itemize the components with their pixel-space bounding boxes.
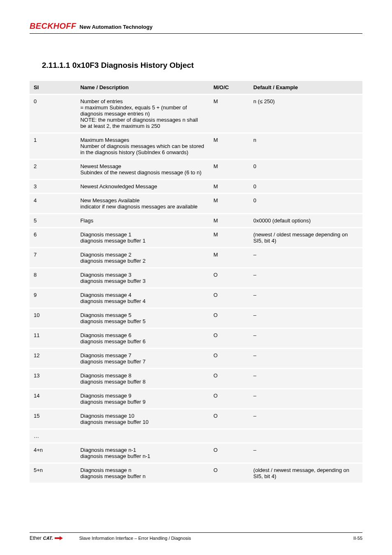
section-title: 2.11.1.1 0x10F3 Diagnosis History Object	[42, 61, 362, 70]
cell-name: Diagnosis message n-1 diagnosis message …	[76, 444, 209, 462]
footer-logo: EtherCAT.	[30, 535, 63, 541]
table-row: 2Newest Message Subindex of the newest d…	[30, 160, 362, 179]
cell-index: 0	[30, 95, 76, 132]
cell-default: 0	[249, 160, 362, 179]
brand-tagline: New Automation Technology	[80, 24, 153, 30]
cell-index: 8	[30, 268, 76, 287]
cell-name: Newest Message Subindex of the newest di…	[76, 160, 209, 179]
table-row: 4New Messages Available indicator if new…	[30, 194, 362, 213]
table-row: 5FlagsM0x0000 (default options)	[30, 214, 362, 227]
cell-default: –	[249, 349, 362, 368]
cell-default: –	[249, 409, 362, 428]
cell-name: New Messages Available indicator if new …	[76, 194, 209, 213]
diagnosis-history-table: SI Name / Description M/O/C Default / Ex…	[30, 80, 362, 484]
cell-default: 0x0000 (default options)	[249, 214, 362, 227]
cell-default: 0	[249, 180, 362, 193]
cell-flags: O	[209, 369, 249, 388]
cell-default: –	[249, 444, 362, 462]
cell-flags: M	[209, 228, 249, 247]
cell-default: –	[249, 268, 362, 287]
cell-index: …	[30, 430, 76, 442]
cell-flags: M	[209, 194, 249, 213]
cell-name: Diagnosis message 10 diagnosis message b…	[76, 409, 209, 428]
cell-index: 1	[30, 134, 76, 159]
cell-name: Diagnosis message 7 diagnosis message bu…	[76, 349, 209, 368]
cell-index: 2	[30, 160, 76, 179]
cell-index: 4+n	[30, 444, 76, 462]
cell-default: (oldest / newest message, depending on S…	[249, 464, 362, 483]
cell-flags	[209, 430, 249, 442]
table-row: 11Diagnosis message 6 diagnosis message …	[30, 329, 362, 348]
cell-name: Maximum Messages Number of diagnosis mes…	[76, 134, 209, 159]
table-row: 10Diagnosis message 5 diagnosis message …	[30, 309, 362, 328]
cell-flags: M	[209, 95, 249, 132]
table-row: 8Diagnosis message 3 diagnosis message b…	[30, 268, 362, 287]
table-row: 12Diagnosis message 7 diagnosis message …	[30, 349, 362, 368]
page-footer: EtherCAT. Slave Information Interface – …	[30, 532, 362, 541]
header-name: Name / Description	[76, 81, 209, 94]
ethercat-prefix: Ether	[30, 535, 42, 541]
cell-index: 14	[30, 389, 76, 408]
cell-index: 5	[30, 214, 76, 227]
table-row: 6Diagnosis message 1 diagnosis message b…	[30, 228, 362, 247]
cell-index: 7	[30, 248, 76, 267]
cell-name: Diagnosis message n diagnosis message bu…	[76, 464, 209, 483]
cell-flags: M	[209, 214, 249, 227]
cell-name: Diagnosis message 6 diagnosis message bu…	[76, 329, 209, 348]
cell-name: Flags	[76, 214, 209, 227]
cell-index: 13	[30, 369, 76, 388]
table-row: 13Diagnosis message 8 diagnosis message …	[30, 369, 362, 388]
cell-index: 9	[30, 289, 76, 308]
cell-index: 10	[30, 309, 76, 328]
cell-flags: M	[209, 134, 249, 159]
brand-logo: BECKHOFF	[30, 21, 76, 31]
cell-default: –	[249, 289, 362, 308]
cell-flags: M	[209, 248, 249, 267]
cell-name	[76, 430, 209, 442]
cell-name: Diagnosis message 4 diagnosis message bu…	[76, 289, 209, 308]
cell-name: Number of entries = maximum Subindex, eq…	[76, 95, 209, 132]
table-row: 0Number of entries = maximum Subindex, e…	[30, 95, 362, 132]
table-row: 7Diagnosis message 2 diagnosis message b…	[30, 248, 362, 267]
cell-flags: M	[209, 160, 249, 179]
arrow-icon	[55, 536, 63, 540]
cell-default: n	[249, 134, 362, 159]
header-default: Default / Example	[249, 81, 362, 94]
footer-page-number: II-55	[338, 536, 362, 541]
cell-index: 15	[30, 409, 76, 428]
cell-flags: O	[209, 309, 249, 328]
cell-index: 5+n	[30, 464, 76, 483]
cell-flags: O	[209, 444, 249, 462]
cell-default: –	[249, 309, 362, 328]
cell-name: Diagnosis message 9 diagnosis message bu…	[76, 389, 209, 408]
table-row: 9Diagnosis message 4 diagnosis message b…	[30, 289, 362, 308]
cell-name: Diagnosis message 3 diagnosis message bu…	[76, 268, 209, 287]
cell-index: 11	[30, 329, 76, 348]
cell-default: –	[249, 389, 362, 408]
page-header: BECKHOFF New Automation Technology	[30, 21, 362, 34]
cell-name: Diagnosis message 5 diagnosis message bu…	[76, 309, 209, 328]
cell-flags: O	[209, 464, 249, 483]
cell-index: 3	[30, 180, 76, 193]
cell-name: Newest Acknowledged Message	[76, 180, 209, 193]
cell-index: 4	[30, 194, 76, 213]
cell-index: 6	[30, 228, 76, 247]
header-flags: M/O/C	[209, 81, 249, 94]
cell-default: (newest / oldest message depending on SI…	[249, 228, 362, 247]
cell-default	[249, 430, 362, 442]
footer-center-text: Slave Information Interface – Error Hand…	[79, 536, 338, 541]
ethercat-suffix: CAT.	[43, 536, 53, 541]
table-row: …	[30, 430, 362, 442]
header-si: SI	[30, 81, 76, 94]
table-row: 3Newest Acknowledged MessageM0	[30, 180, 362, 193]
cell-name: Diagnosis message 8 diagnosis message bu…	[76, 369, 209, 388]
cell-name: Diagnosis message 2 diagnosis message bu…	[76, 248, 209, 267]
cell-flags: O	[209, 289, 249, 308]
table-row: 1Maximum Messages Number of diagnosis me…	[30, 134, 362, 159]
cell-default: –	[249, 248, 362, 267]
table-header-row: SI Name / Description M/O/C Default / Ex…	[30, 81, 362, 94]
cell-default: –	[249, 369, 362, 388]
table-row: 5+nDiagnosis message n diagnosis message…	[30, 464, 362, 483]
cell-flags: O	[209, 389, 249, 408]
cell-flags: O	[209, 268, 249, 287]
